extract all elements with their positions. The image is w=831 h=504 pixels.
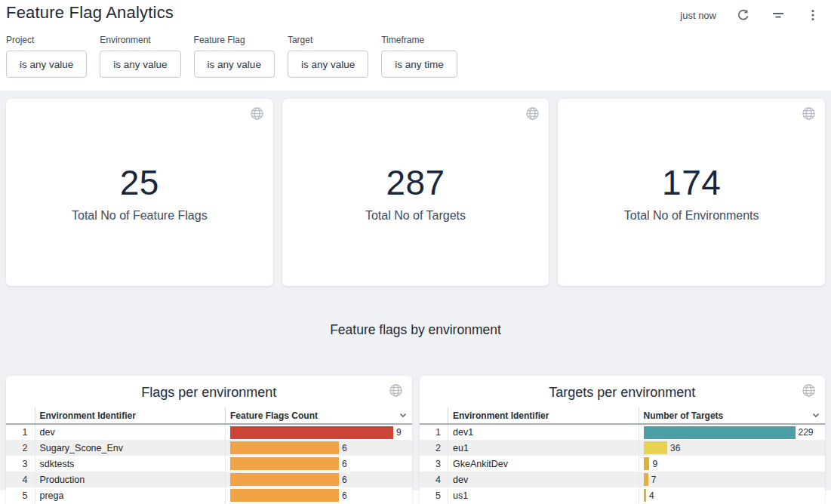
bar-value: 4 xyxy=(649,490,654,501)
kpi-card-targets: 287 Total No of Targets xyxy=(282,99,549,286)
page-title: Feature Flag Analytics xyxy=(6,3,174,23)
chevron-down-icon[interactable] xyxy=(811,410,820,422)
filter-environment: Environment is any value xyxy=(100,35,180,78)
kpi-row: 25 Total No of Feature Flags 287 Total N… xyxy=(6,99,825,286)
bar-value: 36 xyxy=(670,443,680,453)
globe-icon xyxy=(802,383,816,398)
top-bar: Feature Flag Analytics just now xyxy=(0,0,831,23)
bar-value: 6 xyxy=(342,459,347,469)
table-row[interactable]: 5 prega 6 xyxy=(6,487,412,503)
table-row[interactable]: 4 dev 7 xyxy=(420,472,826,487)
targets-table: Environment Identifier Number of Targets… xyxy=(420,407,826,503)
bar-value: 229 xyxy=(799,427,814,438)
bar-value: 6 xyxy=(342,475,347,485)
kebab-menu-icon[interactable] xyxy=(805,8,820,23)
globe-icon xyxy=(389,383,403,398)
chevron-down-icon[interactable] xyxy=(399,410,408,422)
environment-cell: dev xyxy=(448,472,639,487)
filter-label: Feature Flag xyxy=(194,35,275,45)
bar xyxy=(230,457,339,470)
bar-value: 9 xyxy=(396,427,402,438)
targets-per-environment-card: Targets per environment Environment Iden… xyxy=(420,376,826,504)
refresh-icon[interactable] xyxy=(736,8,751,23)
column-header-targets[interactable]: Number of Targets xyxy=(639,407,825,424)
bar xyxy=(644,473,648,486)
top-bar-actions: just now xyxy=(680,3,820,23)
kpi-label: Total No of Environments xyxy=(558,209,825,223)
row-number-header xyxy=(6,407,35,424)
column-header-environment[interactable]: Environment Identifier xyxy=(448,407,639,424)
kpi-value: 25 xyxy=(6,162,273,203)
bar xyxy=(230,426,393,439)
table-row[interactable]: 2 eu1 36 xyxy=(420,440,826,456)
globe-icon xyxy=(525,106,540,121)
row-number-header xyxy=(420,407,448,424)
filter-label: Target xyxy=(288,35,368,45)
filter-project: Project is any value xyxy=(6,35,87,78)
section-title: Feature flags by environment xyxy=(6,322,825,338)
card-title: Targets per environment xyxy=(420,385,826,401)
table-row[interactable]: 4 Production 6 xyxy=(6,472,412,487)
environment-cell: Sugary_Scone_Env xyxy=(35,440,226,456)
last-refresh-label: just now xyxy=(680,10,716,21)
environment-cell: dev1 xyxy=(448,424,639,440)
kpi-value: 287 xyxy=(282,162,549,203)
bar xyxy=(230,441,339,454)
tables-row: Flags per environment Environment Identi… xyxy=(6,376,825,504)
dashboard-body: 25 Total No of Feature Flags 287 Total N… xyxy=(0,91,831,490)
filter-timeframe: Timeframe is any time xyxy=(381,35,457,78)
bar xyxy=(644,489,647,502)
filter-target: Target is any value xyxy=(288,35,368,78)
filter-bar: Project is any value Environment is any … xyxy=(0,23,831,78)
bar-value: 7 xyxy=(651,475,657,485)
globe-icon xyxy=(802,106,816,121)
kpi-card-environments: 174 Total No of Environments xyxy=(558,99,825,286)
filter-label: Timeframe xyxy=(381,35,457,45)
environment-cell: Production xyxy=(35,472,226,487)
environment-cell: GkeAnkitDev xyxy=(448,456,639,472)
kpi-label: Total No of Feature Flags xyxy=(6,209,273,223)
kpi-value: 174 xyxy=(558,162,825,203)
bar-value: 6 xyxy=(342,490,347,501)
column-header-environment[interactable]: Environment Identifier xyxy=(35,407,226,424)
bar xyxy=(644,426,796,439)
bar-value: 6 xyxy=(342,443,347,453)
filter-value-button[interactable]: is any value xyxy=(194,51,275,78)
bar xyxy=(644,441,668,454)
table-row[interactable]: 3 GkeAnkitDev 9 xyxy=(420,456,826,472)
filter-value-button[interactable]: is any value xyxy=(288,51,368,78)
environment-cell: eu1 xyxy=(448,440,639,456)
flags-per-environment-card: Flags per environment Environment Identi… xyxy=(6,376,412,504)
bar-value: 9 xyxy=(652,459,657,469)
filter-icon[interactable] xyxy=(771,8,786,23)
kpi-card-feature-flags: 25 Total No of Feature Flags xyxy=(6,99,273,286)
kpi-label: Total No of Targets xyxy=(282,209,549,223)
column-header-count[interactable]: Feature Flags Count xyxy=(226,407,412,424)
table-row[interactable]: 1 dev 9 xyxy=(6,424,412,440)
table-row[interactable]: 2 Sugary_Scone_Env 6 xyxy=(6,440,412,456)
filter-value-button[interactable]: is any time xyxy=(381,51,457,78)
table-row[interactable]: 1 dev1 229 xyxy=(420,424,826,440)
card-title: Flags per environment xyxy=(6,385,412,401)
bar xyxy=(230,489,339,502)
bar xyxy=(644,457,650,470)
filter-label: Environment xyxy=(100,35,180,45)
environment-cell: prega xyxy=(35,487,226,503)
filter-feature-flag: Feature Flag is any value xyxy=(194,35,275,78)
environment-cell: sdktests xyxy=(35,456,226,472)
table-row[interactable]: 3 sdktests 6 xyxy=(6,456,412,472)
filter-value-button[interactable]: is any value xyxy=(100,51,180,78)
globe-icon xyxy=(250,106,264,121)
filter-label: Project xyxy=(6,35,87,45)
flags-table: Environment Identifier Feature Flags Cou… xyxy=(6,407,412,503)
filter-value-button[interactable]: is any value xyxy=(6,51,87,78)
table-row[interactable]: 5 us1 4 xyxy=(420,487,826,503)
bar xyxy=(230,473,339,486)
environment-cell: us1 xyxy=(448,487,639,503)
environment-cell: dev xyxy=(35,424,226,440)
